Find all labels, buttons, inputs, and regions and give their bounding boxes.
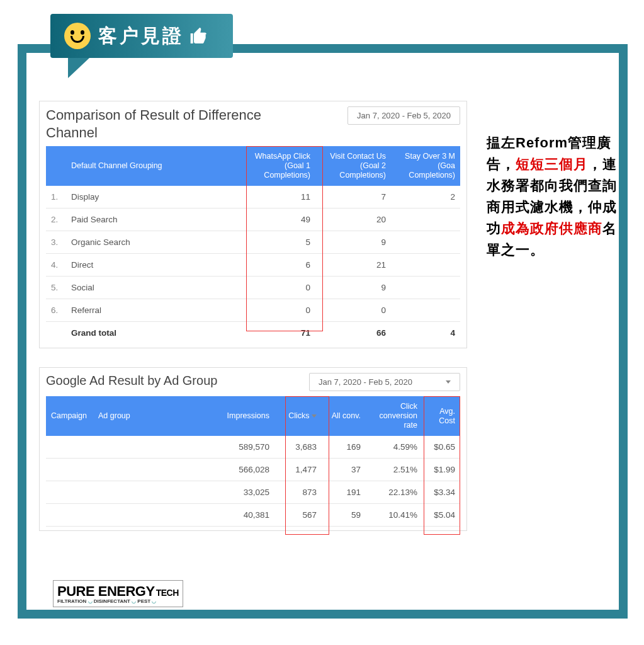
col-impressions[interactable]: Impressions — [140, 396, 274, 436]
table-row[interactable]: 4.Direct621 — [46, 254, 460, 277]
channel-table: Default Channel Grouping WhatsApp Click … — [46, 146, 460, 344]
col-clicks[interactable]: Clicks — [274, 396, 322, 436]
table-row[interactable]: 1.Display1172 — [46, 186, 460, 208]
col-channel[interactable]: Default Channel Grouping — [66, 146, 240, 186]
testimonial-text: 揾左Reform管理廣告，短短三個月，連水務署都向我們查詢商用式濾水機，仲成功成… — [487, 132, 625, 261]
sort-caret-icon — [312, 414, 317, 418]
col-campaign[interactable]: Campaign — [46, 396, 93, 436]
table-row[interactable]: 589,5703,6831694.59%$0.65 — [46, 436, 460, 459]
panel-channel-comparison: Comparison of Result of Difference Chann… — [39, 101, 467, 348]
speech-bubble-header: 客户見證 — [50, 14, 233, 58]
table-row[interactable]: 3.Organic Search59 — [46, 231, 460, 254]
col-stay[interactable]: Stay Over 3 M (Goa Completions) — [391, 146, 460, 186]
panel2-date-text: Jan 7, 2020 - Feb 5, 2020 — [319, 377, 412, 387]
col-convrate[interactable]: Click conversion rate — [366, 396, 422, 436]
col-adgroup[interactable]: Ad group — [93, 396, 140, 436]
adgroup-table: Campaign Ad group Impressions Clicks All… — [46, 396, 460, 527]
smiley-icon — [64, 23, 91, 49]
table-row[interactable]: 33,02587319122.13%$3.34 — [46, 481, 460, 504]
thumbs-up-icon — [189, 26, 209, 46]
chevron-down-icon — [446, 380, 451, 384]
col-allconv[interactable]: All conv. — [322, 396, 366, 436]
panel1-date-range[interactable]: Jan 7, 2020 - Feb 5, 2020 — [347, 106, 460, 125]
panel2-title: Google Ad Result by Ad Group — [46, 373, 217, 389]
panel1-title: Comparison of Result of Difference Chann… — [46, 106, 279, 141]
table-row[interactable]: 2.Paid Search4920 — [46, 208, 460, 231]
panel1-date-text: Jan 7, 2020 - Feb 5, 2020 — [357, 111, 451, 120]
table-row[interactable]: 566,0281,477372.51%$1.99 — [46, 459, 460, 481]
table-row[interactable]: 5.Social09 — [46, 277, 460, 299]
col-visit[interactable]: Visit Contact Us (Goal 2 Completions) — [315, 146, 391, 186]
header-title: 客户見證 — [98, 23, 184, 49]
table-row[interactable]: 6.Referral00 — [46, 299, 460, 322]
panel2-date-range[interactable]: Jan 7, 2020 - Feb 5, 2020 — [309, 373, 460, 391]
panel-ad-group: Google Ad Result by Ad Group Jan 7, 2020… — [39, 367, 467, 531]
pure-energy-logo: PURE ENERGYTECH FILTRATION ◡ DISINFECTAN… — [53, 580, 183, 607]
col-avgcost[interactable]: Avg. Cost — [422, 396, 460, 436]
grand-total-row: Grand total71664 — [46, 322, 460, 345]
col-whatsapp[interactable]: WhatsApp Click (Goal 1 Completions) — [240, 146, 315, 186]
table-row[interactable]: 40,3815675910.41%$5.04 — [46, 504, 460, 527]
